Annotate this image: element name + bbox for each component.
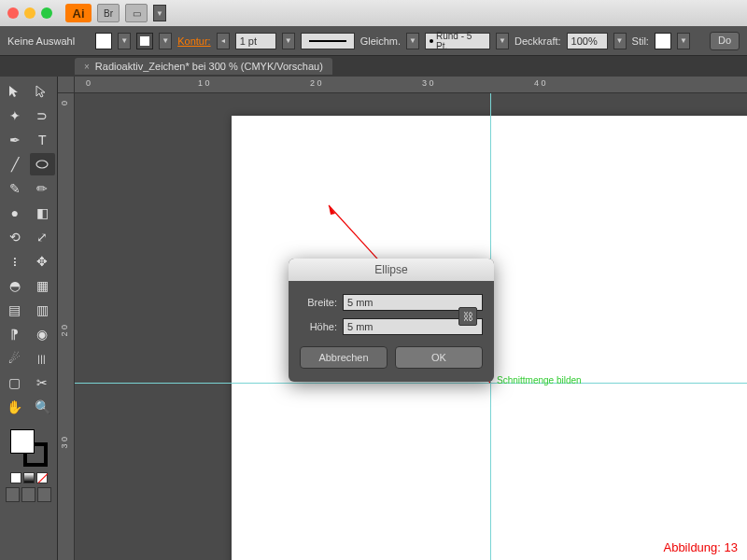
brush-preview[interactable]: Rund - 5 Pt. bbox=[425, 33, 490, 49]
stroke-swatch[interactable] bbox=[136, 33, 153, 49]
color-mode-solid[interactable] bbox=[10, 472, 21, 483]
toolbox: ✦⊃ ✒T ╱ ✎✏ ●◧ ⟲⤢ ⫶✥ ◓▦ ▤▥ ⁋◉ ☄⫼ ▢✂ ✋🔍 bbox=[0, 77, 58, 560]
free-transform-tool[interactable]: ✥ bbox=[30, 250, 56, 273]
pen-tool[interactable]: ✒ bbox=[2, 129, 28, 151]
smart-guide-label: Schnittmenge bilden bbox=[497, 375, 582, 385]
kontur-label[interactable]: Kontur: bbox=[177, 35, 210, 47]
fill-dropdown[interactable]: ▼ bbox=[118, 33, 131, 49]
opacity-dropdown[interactable]: ▼ bbox=[613, 33, 627, 49]
paintbrush-tool[interactable]: ✎ bbox=[2, 177, 28, 200]
stroke-weight-dropdown[interactable]: ▼ bbox=[282, 33, 295, 49]
ruler-horizontal[interactable]: 0 1 0 2 0 3 0 4 0 bbox=[75, 77, 747, 93]
height-label: Höhe: bbox=[300, 321, 337, 332]
cancel-button[interactable]: Abbrechen bbox=[300, 346, 388, 369]
link-dimensions-button[interactable]: ⛓ bbox=[458, 307, 477, 326]
color-mode-gradient[interactable] bbox=[23, 472, 35, 483]
minimize-window-icon[interactable] bbox=[24, 7, 35, 19]
screen-mode-normal[interactable] bbox=[6, 487, 20, 502]
arrange-button[interactable]: ▭ bbox=[125, 4, 148, 22]
line-tool[interactable]: ╱ bbox=[2, 153, 28, 175]
stroke-profile-label: Gleichm. bbox=[360, 35, 401, 47]
guide-horizontal[interactable] bbox=[75, 383, 747, 384]
app-logo: Ai bbox=[65, 4, 92, 22]
stroke-profile-dropdown[interactable]: ▼ bbox=[406, 33, 419, 49]
hand-tool[interactable]: ✋ bbox=[2, 396, 28, 418]
artboard-tool[interactable]: ▢ bbox=[2, 371, 28, 394]
brush-dropdown[interactable]: ▼ bbox=[496, 33, 509, 49]
maximize-window-icon[interactable] bbox=[41, 7, 52, 19]
close-window-icon[interactable] bbox=[7, 7, 19, 19]
eraser-tool[interactable]: ◧ bbox=[30, 202, 56, 224]
blob-brush-tool[interactable]: ● bbox=[2, 202, 28, 224]
bridge-button[interactable]: Br bbox=[97, 4, 120, 22]
ok-button[interactable]: OK bbox=[395, 346, 483, 369]
style-dropdown[interactable]: ▼ bbox=[677, 33, 690, 49]
shape-builder-tool[interactable]: ◓ bbox=[2, 274, 28, 297]
stroke-weight-field[interactable]: 1 pt bbox=[235, 33, 276, 49]
mesh-tool[interactable]: ▤ bbox=[2, 299, 28, 321]
color-mode-none[interactable] bbox=[36, 472, 48, 483]
document-setup-button[interactable]: Do bbox=[710, 32, 740, 50]
stroke-dropdown[interactable]: ▼ bbox=[159, 33, 172, 49]
close-tab-icon[interactable]: × bbox=[84, 62, 90, 72]
svg-point-0 bbox=[36, 161, 48, 168]
symbol-sprayer-tool[interactable]: ☄ bbox=[2, 347, 28, 370]
stroke-weight-stepper[interactable]: ◂ bbox=[217, 33, 230, 49]
doc-tab-bar: × Radioaktiv_Zeichen* bei 300 % (CMYK/Vo… bbox=[0, 56, 747, 77]
lasso-tool[interactable]: ⊃ bbox=[30, 105, 56, 127]
doc-tab[interactable]: × Radioaktiv_Zeichen* bei 300 % (CMYK/Vo… bbox=[75, 58, 332, 75]
stroke-profile-preview[interactable] bbox=[301, 33, 355, 49]
screen-mode-full[interactable] bbox=[21, 487, 35, 502]
perspective-tool[interactable]: ▦ bbox=[30, 274, 56, 297]
ellipse-tool[interactable] bbox=[30, 153, 56, 175]
ellipse-dialog: Ellipse Breite: Höhe: ⛓ Abbrechen OK bbox=[289, 259, 494, 382]
dialog-title: Ellipse bbox=[289, 259, 494, 281]
fill-color[interactable] bbox=[10, 429, 35, 454]
screen-mode-presentation[interactable] bbox=[37, 487, 51, 502]
arrange-dropdown[interactable]: ▼ bbox=[153, 5, 166, 21]
eyedropper-tool[interactable]: ⁋ bbox=[2, 323, 28, 345]
control-bar: Keine Auswahl ▼ ▼ Kontur: ◂ 1 pt ▼ Gleic… bbox=[0, 26, 747, 56]
width-label: Breite: bbox=[300, 297, 337, 308]
style-swatch[interactable] bbox=[655, 33, 671, 49]
color-picker bbox=[2, 426, 55, 506]
selection-label: Keine Auswahl bbox=[7, 35, 75, 47]
doc-tab-label: Radioaktiv_Zeichen* bei 300 % (CMYK/Vors… bbox=[95, 61, 323, 72]
zoom-tool[interactable]: 🔍 bbox=[30, 396, 56, 418]
opacity-label: Deckkraft: bbox=[514, 35, 561, 47]
magic-wand-tool[interactable]: ✦ bbox=[2, 105, 28, 127]
direct-selection-tool[interactable] bbox=[30, 80, 56, 103]
selection-tool[interactable] bbox=[2, 80, 28, 103]
width-tool[interactable]: ⫶ bbox=[2, 250, 28, 273]
style-label: Stil: bbox=[632, 35, 649, 47]
ruler-origin[interactable] bbox=[58, 77, 75, 93]
opacity-field[interactable]: 100% bbox=[567, 33, 608, 49]
scale-tool[interactable]: ⤢ bbox=[30, 226, 56, 248]
ruler-vertical[interactable]: 0 2 0 3 0 bbox=[58, 93, 75, 560]
pencil-tool[interactable]: ✏ bbox=[30, 177, 56, 200]
fill-swatch[interactable] bbox=[95, 33, 112, 49]
titlebar: Ai Br ▭ ▼ bbox=[0, 0, 747, 26]
column-graph-tool[interactable]: ⫼ bbox=[30, 347, 56, 370]
blend-tool[interactable]: ◉ bbox=[30, 323, 56, 345]
gradient-tool[interactable]: ▥ bbox=[30, 299, 56, 321]
figure-label: Abbildung: 13 bbox=[663, 540, 738, 554]
rotate-tool[interactable]: ⟲ bbox=[2, 226, 28, 248]
slice-tool[interactable]: ✂ bbox=[30, 371, 56, 394]
type-tool[interactable]: T bbox=[30, 129, 56, 151]
canvas-area: 0 1 0 2 0 3 0 4 0 0 2 0 3 0 Schnittmenge… bbox=[58, 77, 747, 560]
